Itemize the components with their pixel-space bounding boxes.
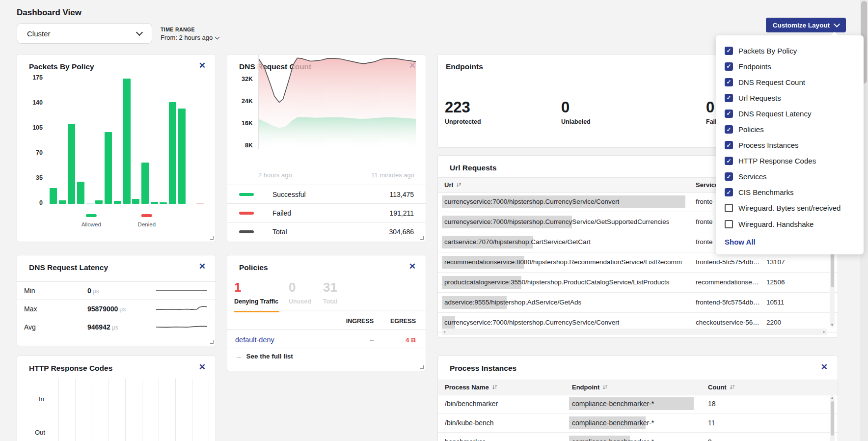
column-header-process-name[interactable]: Process Name bbox=[445, 384, 497, 391]
column-header-count[interactable]: Count bbox=[708, 384, 735, 391]
checkbox-icon[interactable]: ✓ bbox=[725, 125, 733, 134]
checkbox-icon[interactable]: ✓ bbox=[725, 78, 733, 86]
legend-label: Allowed bbox=[81, 221, 101, 227]
policies-card: Policies ✕ 1Denying Traffic0Unused31Tota… bbox=[227, 255, 426, 371]
url-cell: currencyservice:7000/hipstershop.Currenc… bbox=[444, 218, 669, 225]
menu-item-label: DNS Request Latency bbox=[738, 110, 811, 118]
checkbox-icon[interactable]: ✓ bbox=[725, 62, 733, 71]
legend-label: Successful bbox=[272, 191, 306, 198]
customize-menu-item[interactable]: Wireguard. Handshake bbox=[716, 216, 864, 232]
card-title: HTTP Response Codes bbox=[29, 364, 112, 373]
bar-slot bbox=[169, 79, 176, 204]
checkbox-icon[interactable]: ✓ bbox=[725, 110, 733, 118]
latency-row: Avg946942μs bbox=[17, 318, 216, 336]
bar-slot bbox=[77, 79, 84, 204]
checkbox-icon[interactable] bbox=[725, 204, 733, 212]
table-row[interactable]: productcatalogservice:3550/hipstershop.P… bbox=[438, 273, 838, 293]
column-header-endpoint[interactable]: Endpoint bbox=[572, 384, 608, 391]
chart-bar bbox=[114, 201, 121, 204]
customize-layout-button[interactable]: Customize Layout bbox=[766, 18, 846, 32]
customize-menu-item[interactable]: ✓Endpoints bbox=[716, 58, 864, 74]
customize-menu-item[interactable]: ✓Packets By Policy bbox=[716, 43, 864, 58]
tab-value: 1 bbox=[234, 281, 278, 294]
bar-slot bbox=[132, 79, 139, 204]
customize-menu-item[interactable]: ✓DNS Request Count bbox=[716, 74, 864, 90]
checkbox-icon[interactable]: ✓ bbox=[725, 188, 733, 196]
service-cell: fronte bbox=[696, 198, 713, 205]
close-icon[interactable]: ✕ bbox=[199, 363, 206, 371]
legend-swatch bbox=[239, 193, 254, 196]
view-selector-dropdown[interactable]: Cluster bbox=[17, 23, 152, 44]
packets-by-policy-card: Packets By Policy ✕ 03570105140175Allowe… bbox=[17, 54, 216, 242]
legend-label: Denied bbox=[138, 221, 156, 227]
show-all-link[interactable]: Show All bbox=[725, 238, 864, 246]
scroll-left-icon[interactable]: ◂ bbox=[443, 330, 445, 334]
table-row[interactable]: benchmarkercompliance-benchmarker-*9 bbox=[438, 433, 838, 441]
policy-name-link[interactable]: default-deny bbox=[235, 336, 274, 344]
table-row[interactable]: adservice:9555/hipstershop.AdService/Get… bbox=[438, 293, 838, 313]
customize-menu-item[interactable]: ✓HTTP Response Codes bbox=[716, 153, 864, 169]
packets-bar-chart bbox=[50, 79, 204, 204]
tab-value: 0 bbox=[289, 281, 311, 294]
checkbox-icon[interactable]: ✓ bbox=[725, 141, 733, 149]
legend-row: Successful113,475 bbox=[227, 185, 426, 203]
customize-menu-item[interactable]: ✓Url Requests bbox=[716, 90, 864, 106]
chart-bar bbox=[95, 200, 103, 204]
legend-item: Allowed bbox=[81, 210, 101, 227]
policies-tab-denying-traffic[interactable]: 1Denying Traffic bbox=[234, 281, 278, 310]
horizontal-scrollbar[interactable]: ◂ ▸ bbox=[442, 329, 827, 335]
customize-menu-item[interactable]: ✓Services bbox=[716, 169, 864, 185]
checkbox-icon[interactable]: ✓ bbox=[725, 172, 733, 181]
customize-menu-item[interactable]: ✓DNS Request Latency bbox=[716, 106, 864, 121]
bar-slot bbox=[114, 79, 121, 204]
scrollbar-thumb[interactable] bbox=[831, 401, 834, 436]
page-title: Dashboard View bbox=[17, 8, 81, 18]
column-header-url[interactable]: Url bbox=[444, 181, 461, 189]
scroll-right-icon[interactable]: ▸ bbox=[823, 330, 825, 334]
time-range-label: TIME RANGE bbox=[161, 27, 219, 32]
chart-bar bbox=[105, 132, 112, 204]
customize-menu-item[interactable]: ✓Policies bbox=[716, 121, 864, 137]
table-row[interactable]: /bin/kube-benchcompliance-benchmarker-*1… bbox=[438, 413, 838, 433]
customize-menu-item[interactable]: Wireguard. Bytes sent/received bbox=[716, 200, 864, 216]
view-selector-value: Cluster bbox=[27, 29, 51, 38]
menu-item-label: Packets By Policy bbox=[738, 47, 797, 55]
close-icon[interactable]: ✕ bbox=[821, 363, 828, 371]
latency-label: Max bbox=[24, 305, 37, 313]
close-icon[interactable]: ✕ bbox=[199, 262, 206, 271]
count-cell: 9 bbox=[708, 438, 712, 441]
vertical-scrollbar[interactable]: ▲ bbox=[830, 395, 835, 441]
close-icon[interactable]: ✕ bbox=[199, 61, 206, 70]
see-full-list-link[interactable]: → See the full list bbox=[235, 353, 293, 360]
chart-bar bbox=[196, 203, 204, 204]
bar-slot bbox=[95, 79, 103, 204]
menu-item-label: Wireguard. Bytes sent/received bbox=[738, 204, 841, 212]
http-response-codes-card: HTTP Response Codes ✕ In Out bbox=[17, 356, 216, 441]
table-row[interactable]: /bin/benchmarkercompliance-benchmarker-*… bbox=[438, 394, 838, 413]
service-cell: recommendationse… bbox=[696, 278, 759, 286]
customize-menu-item[interactable]: ✓CIS Benchmarks bbox=[716, 185, 864, 200]
card-title: Endpoints bbox=[446, 62, 483, 71]
time-range-value[interactable]: From: 2 hours ago bbox=[161, 34, 219, 41]
legend-value: 113,475 bbox=[389, 191, 414, 198]
policies-tab-unused[interactable]: 0Unused bbox=[289, 281, 311, 310]
checkbox-icon[interactable]: ✓ bbox=[725, 47, 733, 55]
sort-icon bbox=[492, 385, 497, 390]
scroll-up-icon[interactable]: ▲ bbox=[830, 396, 835, 400]
policies-tab-total[interactable]: 31Total bbox=[323, 281, 337, 310]
table-row[interactable]: recommendationservice:8080/hipstershop.R… bbox=[438, 252, 838, 273]
scroll-down-icon[interactable]: ▼ bbox=[830, 323, 835, 327]
checkbox-icon[interactable] bbox=[725, 220, 733, 228]
divider bbox=[227, 310, 426, 310]
dashboard-page: Dashboard View Cluster TIME RANGE From: … bbox=[0, 0, 868, 441]
checkbox-icon[interactable]: ✓ bbox=[725, 157, 733, 165]
column-header-service[interactable]: Service bbox=[696, 181, 718, 189]
customize-menu-item[interactable]: ✓Process Instances bbox=[716, 138, 864, 153]
checkbox-icon[interactable]: ✓ bbox=[725, 94, 733, 102]
dns-legend: Successful113,475Failed191,211Total304,6… bbox=[227, 185, 426, 241]
count-cell: 13107 bbox=[766, 258, 785, 266]
process-name-cell: /bin/benchmarker bbox=[445, 400, 498, 408]
close-icon[interactable]: ✕ bbox=[409, 262, 416, 271]
time-range: TIME RANGE From: 2 hours ago bbox=[161, 27, 219, 41]
menu-item-label: Policies bbox=[738, 125, 764, 134]
